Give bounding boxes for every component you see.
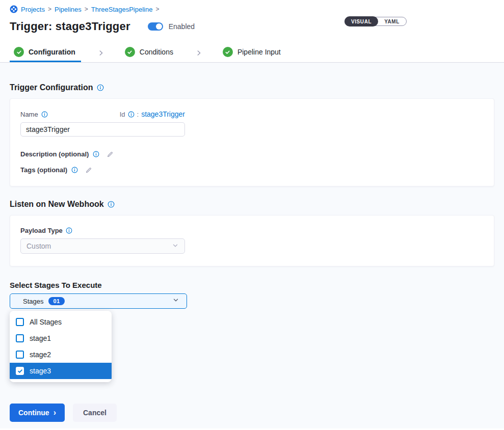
tab-label: Pipeline Input bbox=[237, 48, 281, 56]
stage-option-stage3[interactable]: stage3 bbox=[10, 363, 112, 379]
stage-option-label: stage1 bbox=[30, 334, 51, 342]
trigger-configuration-card: Name Id : stage3Trigger Description (opt… bbox=[10, 98, 494, 186]
continue-button[interactable]: Continue › bbox=[10, 404, 65, 422]
id-value: stage3Trigger bbox=[141, 110, 185, 118]
cancel-button[interactable]: Cancel bbox=[73, 404, 117, 422]
tags-label: Tags (optional) bbox=[20, 166, 67, 174]
enabled-toggle-label: Enabled bbox=[169, 22, 195, 31]
name-label-text: Name bbox=[20, 111, 38, 118]
tab-pipeline-input[interactable]: Pipeline Input bbox=[219, 43, 286, 62]
enabled-toggle[interactable] bbox=[148, 22, 163, 31]
info-icon[interactable] bbox=[66, 227, 72, 234]
stages-multiselect[interactable]: Stages 01 bbox=[10, 293, 187, 309]
info-icon[interactable] bbox=[93, 151, 99, 157]
toggle-knob bbox=[156, 23, 162, 30]
chevron-right-icon bbox=[195, 43, 202, 62]
payload-type-value: Custom bbox=[26, 242, 51, 250]
breadcrumb-separator: > bbox=[85, 6, 88, 13]
main-content: Trigger Configuration Name Id : stage3Tr… bbox=[0, 63, 504, 428]
id-label: Id bbox=[120, 111, 125, 118]
pencil-icon[interactable] bbox=[107, 151, 114, 158]
stage-option-stage2[interactable]: stage2 bbox=[10, 346, 112, 363]
title-row: Trigger: stage3Trigger Enabled bbox=[0, 13, 504, 33]
info-icon[interactable] bbox=[41, 111, 48, 118]
heading-text: Trigger Configuration bbox=[10, 83, 93, 92]
tab-conditions[interactable]: Conditions bbox=[121, 43, 179, 62]
info-icon[interactable] bbox=[71, 167, 78, 173]
visual-yaml-toggle: VISUAL YAML bbox=[344, 17, 407, 26]
page-title: Trigger: stage3Trigger bbox=[10, 20, 130, 33]
breadcrumb-separator: > bbox=[48, 6, 51, 13]
info-icon[interactable] bbox=[128, 111, 135, 118]
chevron-down-icon bbox=[172, 297, 179, 306]
tab-label: Configuration bbox=[29, 48, 75, 56]
checkbox-unchecked[interactable] bbox=[16, 351, 24, 359]
chevron-right-icon: › bbox=[54, 409, 56, 417]
green-check-circle-icon bbox=[223, 47, 233, 57]
green-check-circle-icon bbox=[125, 47, 135, 57]
page-header: Projects > Pipelines > ThreeStagesPipeli… bbox=[0, 0, 504, 63]
payload-type-label-text: Payload Type bbox=[20, 227, 63, 234]
heading-text: Listen on New Webhook bbox=[10, 200, 104, 209]
trigger-configuration-heading: Trigger Configuration bbox=[10, 63, 494, 92]
pencil-icon[interactable] bbox=[85, 167, 92, 174]
payload-type-label: Payload Type bbox=[20, 227, 484, 234]
stages-select-label: Stages bbox=[23, 298, 43, 305]
checkbox-unchecked[interactable] bbox=[16, 334, 24, 342]
wizard-tabbar: Configuration Conditions Pipeline Input bbox=[0, 43, 504, 63]
trigger-name-input[interactable] bbox=[20, 122, 185, 137]
checkbox-unchecked[interactable] bbox=[16, 318, 24, 326]
stage-option-label: stage3 bbox=[30, 367, 51, 375]
stage-option-label: All Stages bbox=[30, 318, 62, 326]
stage-option-label: stage2 bbox=[30, 351, 51, 359]
breadcrumb-separator: > bbox=[155, 6, 159, 13]
yaml-tab-button[interactable]: YAML bbox=[378, 17, 406, 26]
info-icon[interactable] bbox=[108, 201, 115, 208]
stages-dropdown-menu: All Stages stage1 stage2 stage3 bbox=[10, 311, 112, 382]
projects-grid-icon bbox=[10, 5, 18, 13]
selected-count-badge: 01 bbox=[48, 297, 64, 305]
stage-option-stage1[interactable]: stage1 bbox=[10, 330, 112, 346]
chevron-right-icon bbox=[97, 43, 104, 62]
footer-buttons: Continue › Cancel bbox=[10, 404, 494, 422]
id-separator: : bbox=[137, 111, 139, 118]
breadcrumb-link-projects[interactable]: Projects bbox=[21, 6, 45, 13]
description-row: Description (optional) bbox=[20, 150, 484, 158]
name-id-row: Name Id : stage3Trigger bbox=[20, 110, 185, 118]
tags-row: Tags (optional) bbox=[20, 166, 484, 174]
payload-type-select[interactable]: Custom bbox=[20, 238, 185, 254]
webhook-card: Payload Type Custom bbox=[10, 215, 494, 266]
tab-configuration[interactable]: Configuration bbox=[10, 43, 81, 62]
breadcrumb: Projects > Pipelines > ThreeStagesPipeli… bbox=[0, 0, 504, 13]
stage-option-all-stages[interactable]: All Stages bbox=[10, 314, 112, 330]
id-display: Id : stage3Trigger bbox=[120, 110, 185, 118]
chevron-down-icon bbox=[172, 242, 179, 251]
webhook-heading: Listen on New Webhook bbox=[10, 200, 494, 209]
info-icon[interactable] bbox=[97, 84, 104, 91]
green-check-circle-icon bbox=[14, 47, 24, 57]
visual-tab-button[interactable]: VISUAL bbox=[344, 16, 378, 26]
checkbox-checked[interactable] bbox=[16, 367, 24, 375]
breadcrumb-link-pipelines[interactable]: Pipelines bbox=[55, 6, 82, 13]
tab-label: Conditions bbox=[140, 48, 173, 56]
select-stages-heading: Select Stages To Execute bbox=[10, 281, 494, 289]
continue-label: Continue bbox=[18, 409, 49, 417]
breadcrumb-link-pipeline-name[interactable]: ThreeStagesPipeline bbox=[91, 6, 153, 13]
name-label: Name bbox=[20, 111, 48, 118]
description-label: Description (optional) bbox=[20, 150, 89, 158]
